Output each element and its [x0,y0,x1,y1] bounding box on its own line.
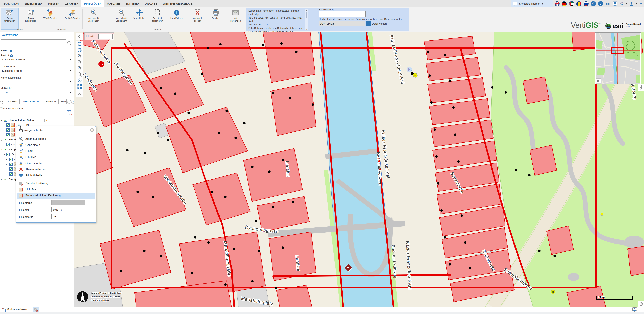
flag-ae-icon[interactable] [569,1,574,6]
scale-select[interactable]: 1.128▼ [1,90,73,95]
minimap-collapse-icon[interactable] [596,79,601,84]
menu-navigation[interactable]: NAVIGATION [0,0,22,7]
menu-selektieren[interactable]: SELEKTIEREN [22,0,45,7]
center-map-button[interactable] [76,77,83,83]
full-extent-button[interactable] [76,83,83,90]
gear-chevron-icon[interactable]: ▾ [626,2,627,5]
menu-editieren[interactable]: EDITIEREN [123,0,142,7]
ich-will-search[interactable]: Ich will ... [84,32,114,40]
checkbox[interactable]: ✔ [10,158,13,161]
mode-switch-label[interactable]: Modus wechseln [7,308,27,311]
edit-layer-icon[interactable] [44,119,48,122]
checkbox[interactable]: ✔ [10,172,13,175]
upload-info-scrollbar[interactable]: ▲ ▼ [305,9,308,30]
tree-filter-input[interactable] [0,110,66,115]
map-extents-select[interactable]: ▼ [1,79,73,84]
add-photos-button[interactable]: Fotoshinzufügen [22,8,40,29]
checkbox[interactable]: ✔ [6,133,10,137]
poi-cs-icon[interactable]: cs [98,61,104,67]
globe-full-extent-button[interactable] [76,47,83,53]
overview-map[interactable] [595,32,641,84]
crescent-language-icon[interactable]: ☾ [591,1,596,6]
user-chevron-icon[interactable]: ▾ [636,2,637,5]
streetview-tool-button[interactable] [638,84,644,91]
search-icon[interactable] [67,41,72,45]
menu-hinauf[interactable]: Hinauf [17,148,95,154]
next-extent-button[interactable] [76,71,83,77]
checkbox[interactable]: ✔ [4,138,7,141]
choose-file-label[interactable]: Datei wählen [372,22,387,25]
collapse-up-icon[interactable] [639,2,643,6]
line-style-select[interactable]: solid▼ [52,207,85,212]
tabs-scroll-left-button[interactable]: ◂ [0,100,4,104]
bezeichnung-input[interactable] [319,11,366,17]
link-icon[interactable] [605,1,610,6]
wms-service-button[interactable]: WMS-Service [42,8,59,29]
poi-hydrant-icon[interactable]: H [551,290,555,294]
sidebar-collapse-button[interactable] [76,33,83,40]
checkbox[interactable]: ✔ [10,167,13,171]
help-icon[interactable]: ? [598,1,603,6]
menu-zeichnen[interactable]: ZEICHNEN [62,0,81,7]
map-canvas[interactable]: cs H H H Fellingergasse Stocker [74,32,644,307]
tab-suchen[interactable]: SUCHEN [5,99,20,104]
presentation-user-icon[interactable] [632,307,637,313]
close-icon[interactable]: ✕ [90,128,94,132]
upload-file-button[interactable]: → [366,21,371,26]
zoom-in-extent-button[interactable]: Ausschnittvergrößern [85,8,102,29]
menu-hinunter[interactable]: Hinunter [17,154,95,160]
clear-selection-button[interactable]: Auswahllöschen [188,8,206,29]
select-rectangle-button[interactable]: Rechteckselektieren [149,8,166,29]
menu-messen[interactable]: MESSEN [45,0,62,7]
tab-themen-clipped[interactable]: THEM [58,99,66,104]
add-data-button[interactable]: Datenhinzufügen [1,8,18,29]
pan-button[interactable]: Verschieben [131,8,148,29]
zoom-out-extent-button[interactable]: Ausschnittverkleinern [112,8,130,29]
save-icon[interactable] [612,1,618,6]
print-button[interactable]: Drucken [207,8,224,29]
menu-zoom-auf-thema[interactable]: Zoom auf Thema [17,136,95,142]
menu-ausgabe[interactable]: AUSGABE [104,0,122,7]
flag-ru-icon[interactable] [584,1,588,6]
basemap-select[interactable]: Stadtplan (Farbe)▼ [1,68,73,73]
active-mapping-mode-button[interactable] [33,307,39,312]
flag-uk-icon[interactable] [554,1,560,6]
checkbox[interactable]: ✔ [4,178,7,181]
identify-button[interactable]: i Identifizieren [168,8,186,29]
menu-weitere-werkzeuge[interactable]: WEITERE WERKZEUGE [160,0,195,7]
fulltext-search-input[interactable] [1,39,66,47]
checkbox[interactable]: ✔ [6,124,10,127]
zoom-in-button[interactable] [76,53,83,59]
flag-ro-icon[interactable] [576,1,581,6]
user-icon[interactable] [629,1,634,6]
menu-standardkartierung[interactable]: Standardkartierung [17,180,95,186]
gear-icon[interactable]: ⚙ [620,1,624,6]
visible-themes-dropdown[interactable]: i Sichtbare Themen ▾ [511,0,553,7]
arcgis-service-button[interactable]: ArcGIS-Service [64,8,81,29]
history-clock-button[interactable] [638,301,644,307]
line-color-swatch[interactable] [52,200,85,205]
menu-linie-blau[interactable]: Linie Blau [17,186,95,193]
checkbox[interactable]: ✔ [4,119,7,122]
checkbox[interactable]: ✔ [6,128,10,132]
checkbox[interactable]: ✔ [6,153,10,156]
tree-item-hochgeladene-daten[interactable]: ◢ ✔ Hochgeladene Daten [0,118,74,123]
menu-ganz-hinunter[interactable]: Ganz hinunter [17,160,95,166]
menu-benutzerdefinierte-kartierung[interactable]: Benutzerdefinierte Kartierung [17,193,95,199]
ich-will-input[interactable] [98,34,112,39]
tab-legende[interactable]: LEGENDE [42,99,58,104]
refresh-map-button[interactable] [76,41,83,47]
checkbox[interactable]: ✔ [4,148,7,151]
toolbar-collapse-button[interactable] [76,91,83,97]
menu-attributtabelle[interactable]: Attributtabelle [17,172,95,178]
menu-thema-entfernen[interactable]: Thema entfernen [17,166,95,172]
poi-bus-stop-icon[interactable]: H [407,67,412,72]
file-name-field[interactable] [319,21,365,26]
checkbox[interactable]: ✔ [10,162,13,166]
send-map-button[interactable]: Karteversenden [227,8,244,29]
previous-extent-button[interactable] [76,65,83,71]
checkbox[interactable]: ✔ [6,143,10,146]
tabs-scroll-right-button[interactable]: ▸ [67,100,71,104]
menu-hinzufuegen[interactable]: HINZUFÜGEN [81,0,104,7]
menu-ganz-hinauf[interactable]: Ganz hinauf [17,142,95,148]
